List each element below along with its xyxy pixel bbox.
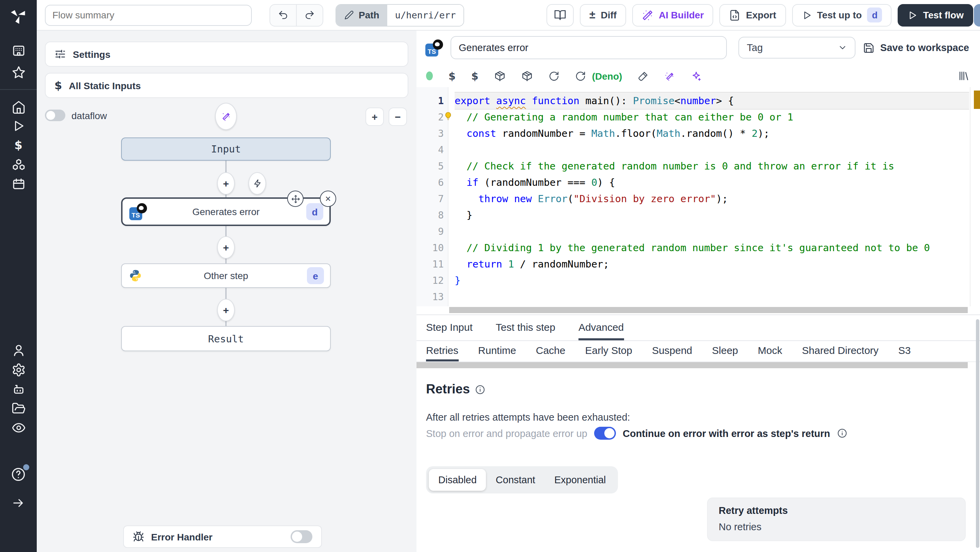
retry-mode-exponential[interactable]: Exponential [545,469,616,491]
code-line[interactable] [455,142,969,158]
user-icon[interactable] [0,343,37,357]
step-name-input[interactable] [450,36,727,59]
code-line[interactable]: // Dividing 1 by the generated random nu… [455,240,969,256]
code-line[interactable]: } [455,207,969,223]
info-icon[interactable] [476,384,485,395]
adv-tab-early-stop[interactable]: Early Stop [585,341,632,361]
flow-input-node[interactable]: Input [121,137,331,161]
code-line[interactable] [455,289,969,305]
reload-icon[interactable] [575,70,586,81]
audit-eye-icon[interactable] [0,421,37,435]
code-editor[interactable]: 12345678910111213 export async function … [417,87,980,315]
sparkles-icon[interactable] [691,70,702,81]
redo-button[interactable] [296,5,323,25]
retry-mode-disabled[interactable]: Disabled [429,469,486,491]
adv-tab-s3[interactable]: S3 [898,341,911,361]
test-up-to-button[interactable]: Test up to d [792,4,892,26]
variables-dollar-icon[interactable]: $ [449,70,456,82]
error-handler-label: Error Handler [151,531,213,542]
windmill-logo-icon[interactable] [0,7,37,24]
error-handler-card[interactable]: Error Handler [123,525,322,548]
adv-tab-mock[interactable]: Mock [758,341,782,361]
favorites-star-icon[interactable] [0,65,37,80]
adv-tab-shared-directory[interactable]: Shared Directory [802,341,878,361]
insert-step-button[interactable]: + [217,299,235,321]
save-to-workspace-button[interactable]: Save to workspace [863,42,969,53]
ai-builder-button[interactable]: AI Builder [632,4,713,26]
test-flow-button[interactable]: Test flow [898,4,973,26]
adv-tab-sleep[interactable]: Sleep [712,341,738,361]
tab-advanced[interactable]: Advanced [579,315,624,340]
undo-button[interactable] [270,5,296,25]
cutoff-corner-button[interactable] [974,4,980,27]
editor-horizontal-scrollbar[interactable] [449,307,968,313]
code-line[interactable] [455,223,969,240]
folders-icon[interactable] [0,402,37,416]
advanced-tabs-scrollbar[interactable] [417,362,968,368]
notification-badge [23,464,29,470]
schedules-calendar-icon[interactable] [0,177,37,191]
generates-error-node[interactable]: TS Generates error d ✕ [121,197,331,226]
ai-wand-icon[interactable] [664,70,675,81]
flow-settings-card[interactable]: Settings [45,41,408,67]
trigger-zap-button[interactable] [248,172,266,195]
resources-dollar-icon[interactable]: $ [471,70,479,82]
help-icon[interactable] [0,467,37,482]
panel-vertical-scrollbar[interactable] [976,319,979,548]
adv-tab-retries[interactable]: Retries [426,341,458,361]
flow-summary-input[interactable] [45,5,252,25]
export-button[interactable]: Export [719,4,786,26]
package-icon[interactable] [494,70,506,82]
variables-dollar-icon[interactable]: $ [0,138,37,152]
workspace-building-icon[interactable] [0,44,37,58]
delete-step-button[interactable]: ✕ [320,191,336,207]
code-line[interactable]: // Generating a random number that can e… [455,109,969,125]
flow-graph-panel: Settings $ All Static Inputs dataflow + … [37,31,417,552]
home-icon[interactable] [0,100,37,115]
adv-tab-cache[interactable]: Cache [536,341,566,361]
runs-play-icon[interactable] [0,119,37,133]
path-button[interactable]: Path [336,5,388,25]
adv-tab-runtime[interactable]: Runtime [478,341,516,361]
ai-bot-icon[interactable] [0,382,37,396]
resources-boxes-icon[interactable] [0,158,37,172]
flow-ai-wand-button[interactable] [215,103,237,130]
code-line[interactable]: throw new Error("Division by zero error"… [455,191,969,207]
flow-result-node[interactable]: Result [121,326,331,351]
code-lines[interactable]: export async function main(): Promise<nu… [455,92,969,305]
zoom-in-button[interactable]: + [366,108,384,126]
reload-icon[interactable] [549,70,559,81]
insert-step-button[interactable]: + [217,236,235,259]
library-icon[interactable] [958,70,969,82]
dataflow-toggle[interactable] [45,110,65,121]
code-line[interactable]: const randomNumber = Math.floor(Math.ran… [455,125,969,142]
adv-tab-suspend[interactable]: Suspend [652,341,692,361]
continue-on-error-toggle[interactable] [594,427,616,440]
other-step-node[interactable]: Other step e [121,263,331,288]
move-step-button[interactable] [287,191,304,207]
insert-step-button[interactable]: + [217,172,235,195]
deno-icon [137,203,147,213]
path-value[interactable]: u/henri/err [388,5,463,25]
collapse-arrow-icon[interactable] [0,496,37,510]
settings-gear-icon[interactable] [0,363,37,377]
diff-button[interactable]: ± Diff [580,4,626,26]
package-icon[interactable] [521,70,533,82]
docs-book-button[interactable] [546,4,574,26]
code-line[interactable]: return 1 / randomNumber; [455,256,969,272]
tab-step-input[interactable]: Step Input [426,315,473,340]
retry-mode-constant[interactable]: Constant [486,469,545,491]
format-brush-icon[interactable] [638,70,649,81]
tab-test-this-step[interactable]: Test this step [496,315,555,340]
error-handler-toggle[interactable] [291,530,312,543]
tag-select[interactable]: Tag [739,37,856,59]
code-line[interactable]: } [455,272,969,289]
code-line[interactable]: if (randomNumber === 0) { [455,174,969,191]
lightbulb-icon[interactable] [444,111,453,121]
all-static-inputs-card[interactable]: $ All Static Inputs [45,73,408,98]
code-line[interactable]: // Check if the generated random number … [455,158,969,174]
code-line[interactable]: export async function main(): Promise<nu… [455,92,969,109]
zoom-out-button[interactable]: − [388,108,407,126]
info-icon[interactable] [837,428,847,438]
plus-icon: + [223,242,229,253]
